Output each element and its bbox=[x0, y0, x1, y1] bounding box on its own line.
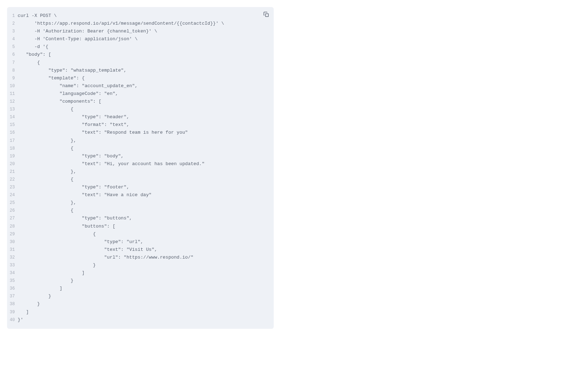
line-content: } bbox=[18, 292, 51, 300]
code-block: 1curl -X POST \2 'https://app.respond.io… bbox=[7, 7, 274, 329]
line-content: }' bbox=[18, 316, 23, 323]
code-line: 36 ] bbox=[7, 285, 274, 292]
code-line: 32 "url": "https://www.respond.io/" bbox=[7, 254, 274, 261]
code-line: 18 { bbox=[7, 145, 274, 152]
line-number: 22 bbox=[7, 176, 18, 183]
line-number: 40 bbox=[7, 316, 18, 324]
code-line: 22 { bbox=[7, 176, 274, 183]
line-number: 35 bbox=[7, 277, 18, 285]
code-line: 21 }, bbox=[7, 168, 274, 176]
line-number: 9 bbox=[7, 75, 18, 82]
code-line: 40}' bbox=[7, 316, 274, 324]
code-line: 27 "type": "buttons", bbox=[7, 214, 274, 222]
svg-rect-0 bbox=[266, 14, 268, 17]
code-line: 29 { bbox=[7, 230, 274, 238]
line-number: 21 bbox=[7, 168, 18, 176]
code-line: 33 } bbox=[7, 261, 274, 269]
line-number: 31 bbox=[7, 246, 18, 254]
code-line: 28 "buttons": [ bbox=[7, 223, 274, 230]
line-number: 20 bbox=[7, 161, 18, 168]
line-number: 38 bbox=[7, 301, 18, 308]
line-number: 2 bbox=[7, 20, 18, 28]
line-number: 28 bbox=[7, 223, 18, 230]
code-line: 13 { bbox=[7, 105, 274, 113]
line-content: ] bbox=[18, 269, 85, 277]
code-line: 34 ] bbox=[7, 269, 274, 277]
code-line: 38 } bbox=[7, 300, 274, 308]
line-number: 10 bbox=[7, 83, 18, 90]
line-content: } bbox=[18, 261, 96, 269]
line-number: 8 bbox=[7, 67, 18, 74]
line-content: "url": "https://www.respond.io/" bbox=[18, 254, 194, 261]
code-line: 31 "text": "Visit Us", bbox=[7, 246, 274, 254]
line-number: 27 bbox=[7, 215, 18, 222]
copy-icon[interactable] bbox=[263, 11, 269, 18]
line-number: 18 bbox=[7, 145, 18, 152]
line-content: curl -X POST \ bbox=[18, 12, 57, 19]
code-line: 14 "type": "header", bbox=[7, 113, 274, 121]
code-line: 16 "text": "Respond team is here for you… bbox=[7, 129, 274, 137]
line-number: 7 bbox=[7, 59, 18, 67]
line-number: 3 bbox=[7, 28, 18, 35]
code-line: 10 "name": "account_update_en", bbox=[7, 82, 274, 90]
code-line: 39 ] bbox=[7, 308, 274, 316]
code-content: 1curl -X POST \2 'https://app.respond.io… bbox=[7, 12, 274, 324]
code-line: 20 "text": "Hi, your account has been up… bbox=[7, 160, 274, 168]
line-content: { bbox=[18, 145, 73, 152]
line-content: "type": "body", bbox=[18, 152, 124, 160]
code-line: 11 "languageCode": "en", bbox=[7, 90, 274, 98]
line-content: "template": { bbox=[18, 74, 85, 82]
code-line: 3 -H 'Authorization: Bearer {channel_tok… bbox=[7, 28, 274, 35]
line-number: 14 bbox=[7, 114, 18, 121]
line-number: 12 bbox=[7, 98, 18, 105]
code-line: 15 "format": "text", bbox=[7, 121, 274, 129]
line-content: { bbox=[18, 230, 96, 238]
code-line: 37 } bbox=[7, 292, 274, 300]
line-number: 16 bbox=[7, 129, 18, 137]
line-content: "type": "whatsapp_template", bbox=[18, 67, 126, 74]
line-content: -H 'Authorization: Bearer {channel_token… bbox=[18, 28, 157, 35]
line-content: } bbox=[18, 277, 73, 284]
code-line: 5 -d '{ bbox=[7, 43, 274, 51]
line-content: }, bbox=[18, 168, 76, 175]
line-number: 32 bbox=[7, 254, 18, 261]
code-line: 23 "type": "footer", bbox=[7, 183, 274, 191]
line-content: -H 'Content-Type: application/json' \ bbox=[18, 35, 138, 43]
line-content: }, bbox=[18, 199, 76, 206]
line-content: ] bbox=[18, 285, 62, 292]
line-content: "type": "header", bbox=[18, 113, 129, 121]
line-number: 25 bbox=[7, 199, 18, 207]
line-content: "type": "url", bbox=[18, 238, 143, 246]
line-content: { bbox=[18, 207, 73, 214]
line-number: 30 bbox=[7, 238, 18, 246]
line-number: 4 bbox=[7, 36, 18, 43]
line-content: "format": "text", bbox=[18, 121, 129, 128]
line-content: { bbox=[18, 176, 73, 183]
line-content: } bbox=[18, 300, 40, 308]
code-line: 1curl -X POST \ bbox=[7, 12, 274, 20]
line-content: "text": "Respond team is here for you" bbox=[18, 129, 188, 136]
code-line: 25 }, bbox=[7, 199, 274, 207]
line-number: 15 bbox=[7, 121, 18, 129]
line-number: 11 bbox=[7, 90, 18, 98]
line-number: 1 bbox=[7, 12, 18, 20]
line-number: 26 bbox=[7, 207, 18, 214]
line-number: 33 bbox=[7, 262, 18, 269]
line-number: 6 bbox=[7, 51, 18, 59]
line-content: -d '{ bbox=[18, 43, 48, 50]
code-line: 2 'https://app.respond.io/api/v1/message… bbox=[7, 20, 274, 28]
line-number: 24 bbox=[7, 192, 18, 199]
line-content: "buttons": [ bbox=[18, 223, 115, 230]
code-line: 19 "type": "body", bbox=[7, 152, 274, 160]
line-content: 'https://app.respond.io/api/v1/message/s… bbox=[18, 20, 224, 27]
line-content: "languageCode": "en", bbox=[18, 90, 118, 97]
line-number: 19 bbox=[7, 153, 18, 160]
code-line: 17 }, bbox=[7, 137, 274, 145]
line-content: "body": [ bbox=[18, 51, 51, 58]
line-number: 5 bbox=[7, 43, 18, 51]
line-content: "text": "Visit Us", bbox=[18, 246, 157, 253]
line-content: "name": "account_update_en", bbox=[18, 82, 138, 90]
line-content: "text": "Hi, your account has been updat… bbox=[18, 160, 204, 168]
line-number: 36 bbox=[7, 285, 18, 292]
code-line: 4 -H 'Content-Type: application/json' \ bbox=[7, 35, 274, 43]
